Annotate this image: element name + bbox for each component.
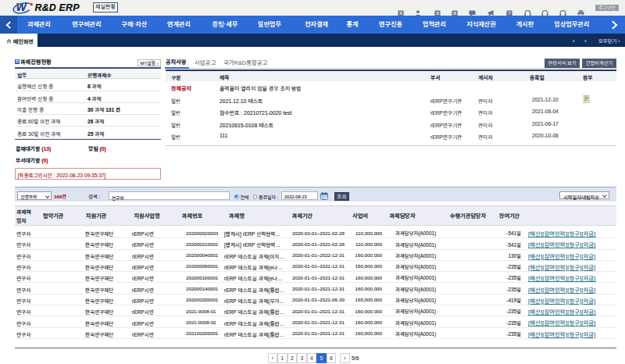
svg-text:?: ?: [508, 10, 511, 16]
svg-text:S: S: [436, 10, 439, 16]
svg-text:S: S: [453, 10, 456, 16]
svg-text:S: S: [399, 10, 402, 16]
